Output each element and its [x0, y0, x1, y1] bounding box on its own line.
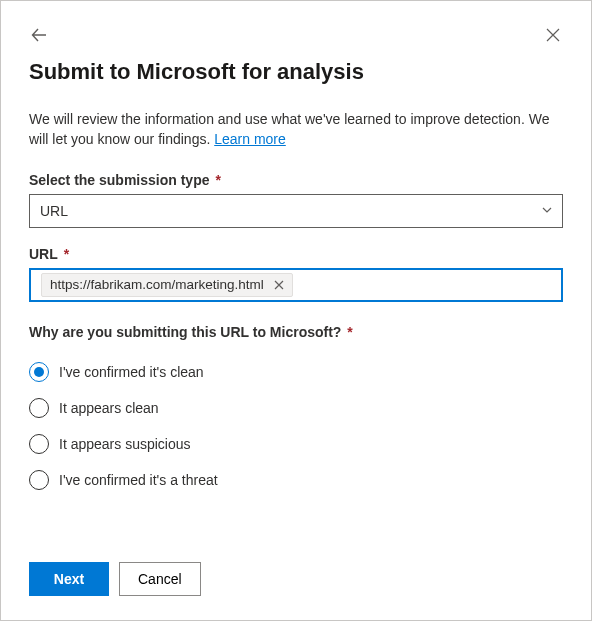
reason-option-appears-suspicious[interactable]: It appears suspicious: [29, 426, 563, 462]
radio-icon: [29, 470, 49, 490]
submission-type-label: Select the submission type *: [29, 172, 563, 188]
url-chip-text: https://fabrikam.com/marketing.html: [50, 277, 264, 292]
panel-top-row: [29, 25, 563, 45]
required-asterisk: *: [60, 246, 69, 262]
radio-icon: [29, 362, 49, 382]
url-input[interactable]: https://fabrikam.com/marketing.html: [29, 268, 563, 302]
reason-label-text: Why are you submitting this URL to Micro…: [29, 324, 341, 340]
footer-buttons: Next Cancel: [29, 562, 563, 596]
submission-type-label-text: Select the submission type: [29, 172, 210, 188]
learn-more-link[interactable]: Learn more: [214, 131, 286, 147]
url-label-text: URL: [29, 246, 58, 262]
submission-panel: Submit to Microsoft for analysis We will…: [0, 0, 592, 621]
radio-label: It appears suspicious: [59, 436, 191, 452]
required-asterisk: *: [343, 324, 352, 340]
cancel-button[interactable]: Cancel: [119, 562, 201, 596]
submission-type-value: URL: [40, 203, 68, 219]
page-title: Submit to Microsoft for analysis: [29, 59, 563, 85]
url-chip: https://fabrikam.com/marketing.html: [41, 273, 293, 297]
required-asterisk: *: [212, 172, 221, 188]
reason-option-confirmed-clean[interactable]: I've confirmed it's clean: [29, 354, 563, 390]
remove-chip-icon[interactable]: [272, 278, 286, 292]
radio-icon: [29, 398, 49, 418]
intro-body: We will review the information and use w…: [29, 111, 549, 147]
reason-label: Why are you submitting this URL to Micro…: [29, 324, 563, 340]
url-label: URL *: [29, 246, 563, 262]
radio-label: It appears clean: [59, 400, 159, 416]
close-icon[interactable]: [543, 25, 563, 45]
back-arrow-icon[interactable]: [29, 25, 49, 45]
reason-option-appears-clean[interactable]: It appears clean: [29, 390, 563, 426]
reason-option-confirmed-threat[interactable]: I've confirmed it's a threat: [29, 462, 563, 498]
reason-radio-group: I've confirmed it's clean It appears cle…: [29, 354, 563, 498]
radio-icon: [29, 434, 49, 454]
next-button[interactable]: Next: [29, 562, 109, 596]
radio-label: I've confirmed it's a threat: [59, 472, 218, 488]
radio-label: I've confirmed it's clean: [59, 364, 204, 380]
intro-text: We will review the information and use w…: [29, 109, 563, 150]
submission-type-select[interactable]: URL: [29, 194, 563, 228]
